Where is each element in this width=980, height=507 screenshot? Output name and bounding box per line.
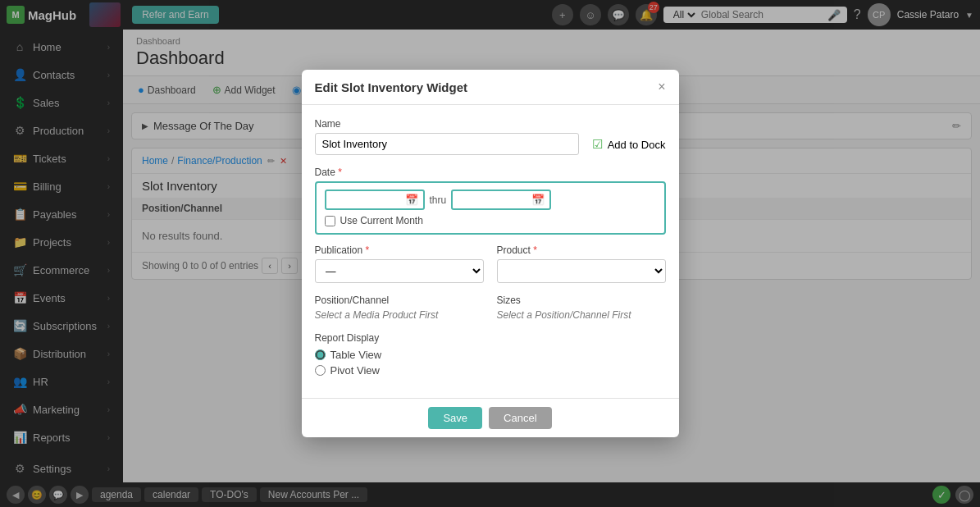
use-current-month-checkbox[interactable] (325, 216, 335, 226)
date-from-wrap: 📅 (325, 190, 425, 210)
product-label: Product * (497, 244, 666, 256)
product-select[interactable] (497, 259, 666, 283)
add-to-dock-row: ☑ Add to Dock (592, 137, 666, 155)
radio-pivot-row: Pivot View (315, 364, 666, 377)
add-to-dock-label: Add to Dock (608, 139, 666, 151)
publication-label: Publication * (315, 244, 484, 256)
sizes-group: Sizes Select a Position/Channel First (497, 295, 666, 321)
publication-select[interactable]: — (315, 259, 484, 283)
name-group: Name (315, 118, 579, 155)
position-hint: Select a Media Product First (315, 309, 484, 321)
use-current-month-label[interactable]: Use Current Month (340, 215, 423, 226)
radio-table-row: Table View (315, 349, 666, 361)
date-from-calendar-icon[interactable]: 📅 (405, 194, 418, 206)
date-to-wrap: 📅 (451, 190, 551, 210)
product-group: Product * (497, 244, 666, 283)
name-row: Name ☑ Add to Dock (315, 118, 666, 155)
date-from-input[interactable] (331, 194, 405, 206)
date-to-input[interactable] (458, 194, 531, 206)
use-current-month-row: Use Current Month (325, 215, 656, 226)
thru-label: thru (430, 194, 447, 206)
publication-group: Publication * — (315, 244, 484, 283)
position-label: Position/Channel (315, 295, 484, 306)
edit-slot-inventory-modal: Edit Slot Inventory Widget × Name ☑ Add … (302, 70, 679, 437)
sizes-hint: Select a Position/Channel First (497, 309, 666, 321)
date-req: * (338, 167, 342, 178)
cancel-button[interactable]: Cancel (489, 407, 551, 429)
save-button[interactable]: Save (428, 407, 482, 429)
modal-body: Name ☑ Add to Dock Date * 📅 (302, 105, 679, 398)
modal-header: Edit Slot Inventory Widget × (302, 70, 679, 105)
sizes-label: Sizes (497, 295, 666, 306)
radio-group: Table View Pivot View (315, 349, 666, 377)
radio-table-input[interactable] (315, 349, 326, 360)
date-range-row: 📅 thru 📅 (325, 190, 656, 210)
radio-pivot-label[interactable]: Pivot View (330, 364, 380, 377)
report-display-section: Report Display Table View Pivot View (315, 332, 666, 377)
radio-table-label[interactable]: Table View (330, 349, 382, 361)
publication-product-row: Publication * — Product * (315, 244, 666, 283)
name-input[interactable] (315, 133, 579, 155)
position-sizes-row: Position/Channel Select a Media Product … (315, 295, 666, 321)
name-label: Name (315, 118, 579, 130)
modal-title: Edit Slot Inventory Widget (315, 80, 468, 94)
report-display-label: Report Display (315, 332, 666, 344)
add-to-dock-check-icon: ☑ (592, 137, 603, 152)
date-section: Date * 📅 thru 📅 (315, 167, 666, 235)
date-to-calendar-icon[interactable]: 📅 (531, 194, 545, 206)
date-section-border: 📅 thru 📅 Use Current Month (315, 181, 666, 235)
modal-footer: Save Cancel (302, 398, 679, 437)
modal-close-btn[interactable]: × (658, 80, 665, 94)
radio-pivot-input[interactable] (315, 365, 326, 376)
modal-overlay: Edit Slot Inventory Widget × Name ☑ Add … (0, 0, 980, 507)
date-label: Date * (315, 167, 666, 178)
position-group: Position/Channel Select a Media Product … (315, 295, 484, 321)
